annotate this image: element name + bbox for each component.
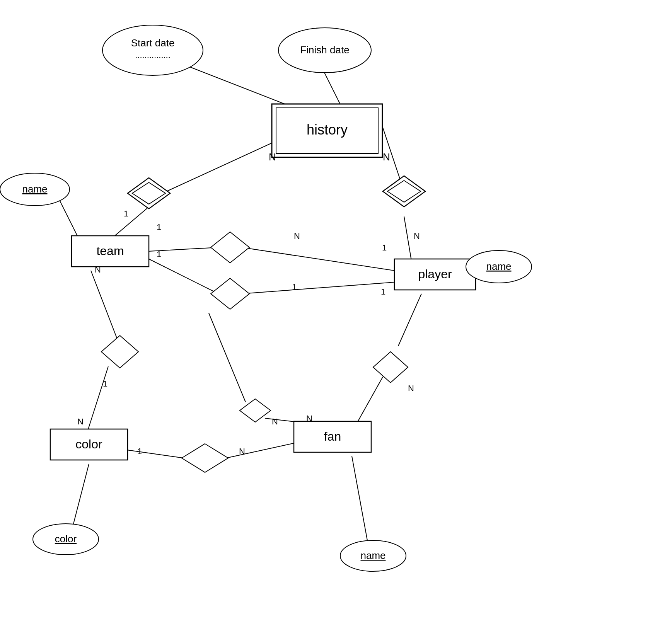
attr-team-name-label: name xyxy=(22,183,47,195)
svg-line-13 xyxy=(87,366,108,433)
attr-start-date-sublabel: ............... xyxy=(135,50,171,60)
card-n-rel1-player: N xyxy=(294,231,300,241)
rel-team-player-1 xyxy=(211,232,249,263)
card-n-team-color: N xyxy=(95,265,101,274)
svg-line-20 xyxy=(73,464,89,524)
svg-line-5 xyxy=(404,216,412,263)
entity-player-label: player xyxy=(418,267,452,281)
card-n-fan-upper: N xyxy=(306,414,312,423)
attr-finish-date-label: Finish date xyxy=(300,44,349,56)
svg-line-10 xyxy=(149,259,218,294)
card-n-rel-color-fan: N xyxy=(239,446,245,456)
card-1-team-upper: 1 xyxy=(157,222,161,232)
svg-line-15 xyxy=(356,377,383,425)
attr-fan-name-label: name xyxy=(360,550,385,561)
card-1-hist-team-bottom: 1 xyxy=(124,209,128,218)
svg-line-19 xyxy=(209,313,246,402)
entity-history-label: history xyxy=(307,122,348,138)
er-diagram: history team player color fan Start date… xyxy=(0,0,672,620)
svg-line-12 xyxy=(91,271,120,346)
rel-player-fan xyxy=(373,352,408,383)
attr-color-label: color xyxy=(55,533,77,545)
card-1-color: 1 xyxy=(103,379,107,388)
card-n-hist-right: N xyxy=(383,151,390,163)
rel-team-player-2 xyxy=(211,278,249,309)
rel-team-color xyxy=(101,336,138,368)
svg-line-21 xyxy=(352,456,367,540)
svg-line-11 xyxy=(242,282,394,294)
attr-start-date-label: Start date xyxy=(131,37,175,49)
card-n-color: N xyxy=(77,417,84,426)
card-1-player-lower: 1 xyxy=(381,287,385,296)
card-n-player-fan: N xyxy=(414,231,420,241)
entity-fan-label: fan xyxy=(324,429,341,443)
card-n-fan-color-left: N xyxy=(272,417,278,426)
card-n-fan-player: N xyxy=(408,383,414,393)
card-1-color-fan: 1 xyxy=(137,446,142,456)
svg-line-3 xyxy=(110,207,149,240)
card-n-hist-left: N xyxy=(269,151,276,163)
card-1-team-lower: 1 xyxy=(157,249,161,259)
svg-line-14 xyxy=(398,294,421,346)
entity-team-label: team xyxy=(96,244,124,258)
card-1-player-upper: 1 xyxy=(382,243,387,252)
card-1-rel2-player: 1 xyxy=(292,282,297,292)
svg-line-9 xyxy=(242,247,394,271)
attr-player-name-label: name xyxy=(486,261,511,272)
entity-color-label: color xyxy=(75,437,102,451)
rel-color-fan xyxy=(182,444,228,472)
